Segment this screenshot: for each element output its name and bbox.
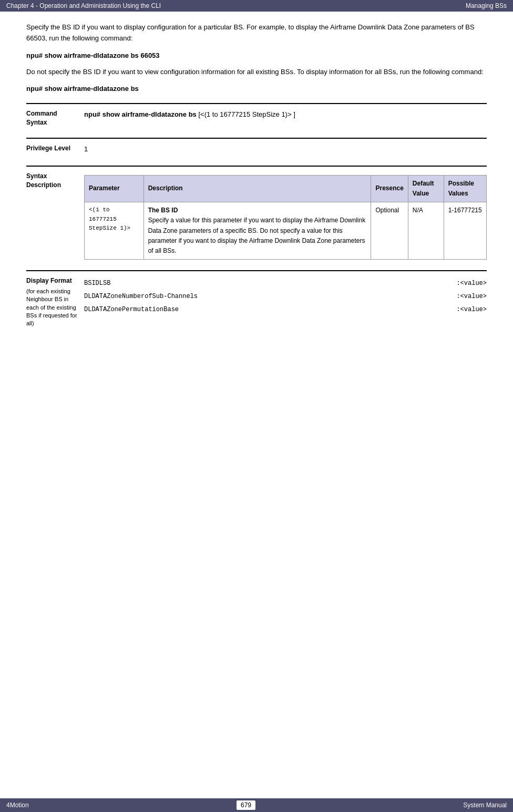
col-header-description: Description bbox=[143, 175, 371, 202]
display-line-2: DLDATAZoneNumberofSub-Channels :<value> bbox=[84, 292, 487, 302]
col-header-possible-values: Possible Values bbox=[444, 175, 486, 202]
command1: npu# show airframe-dldatazone bs 66053 bbox=[26, 52, 487, 59]
privilege-level-label: Privilege Level bbox=[26, 144, 84, 155]
syntax-description-content: Parameter Description Presence Default V… bbox=[84, 172, 487, 260]
col-header-parameter: Parameter bbox=[85, 175, 144, 202]
header-left: Chapter 4 - Operation and Administration… bbox=[6, 2, 161, 9]
syntax-description-section: Syntax Description Parameter Description… bbox=[26, 166, 487, 260]
display-format-sublabel: (for each existing Neighbour BS in each … bbox=[26, 287, 79, 328]
syntax-table: Parameter Description Presence Default V… bbox=[84, 175, 487, 260]
footer-left: 4Motion bbox=[6, 801, 29, 809]
table-row: <(1 to 16777215 StepSize 1)> The BS ID S… bbox=[85, 202, 487, 260]
command2: npu# show airframe-dldatazone bs bbox=[26, 85, 487, 92]
display-val-3: :<value> bbox=[456, 305, 487, 315]
cell-possible-values: 1-16777215 bbox=[444, 202, 486, 260]
display-key-3: DLDATAZonePermutationBase bbox=[84, 305, 179, 315]
display-val-2: :<value> bbox=[456, 292, 487, 302]
cell-presence: Optional bbox=[371, 202, 408, 260]
main-content: Specify the BS ID if you want to display… bbox=[0, 12, 513, 365]
display-line-3: DLDATAZonePermutationBase :<value> bbox=[84, 305, 487, 315]
cell-default-value: N/A bbox=[408, 202, 444, 260]
header-bar: Chapter 4 - Operation and Administration… bbox=[0, 0, 513, 12]
display-line-1: BSIDLSB :<value> bbox=[84, 279, 487, 289]
description-title: The BS ID bbox=[148, 207, 178, 214]
header-right: Managing BSs bbox=[466, 2, 507, 9]
privilege-level-value: 1 bbox=[84, 144, 487, 155]
intro-para1: Specify the BS ID if you want to display… bbox=[26, 22, 487, 44]
col-header-default-value: Default Value bbox=[408, 175, 444, 202]
cell-description: The BS ID Specify a value for this param… bbox=[143, 202, 371, 260]
display-format-content: BSIDLSB :<value> DLDATAZoneNumberofSub-C… bbox=[84, 276, 487, 328]
display-key-2: DLDATAZoneNumberofSub-Channels bbox=[84, 292, 198, 302]
command-syntax-content: npu# show airframe-dldatazone bs [<(1 to… bbox=[84, 109, 487, 127]
display-format-label: Display Format (for each existing Neighb… bbox=[26, 276, 84, 328]
display-format-section: Display Format (for each existing Neighb… bbox=[26, 270, 487, 328]
syntax-description-label: Syntax Description bbox=[26, 172, 84, 260]
footer-page-number: 679 bbox=[237, 800, 255, 810]
privilege-level-section: Privilege Level 1 bbox=[26, 138, 487, 155]
footer-right: System Manual bbox=[463, 801, 507, 809]
command-syntax-section: Command Syntax npu# show airframe-dldata… bbox=[26, 103, 487, 127]
command-syntax-label: Command Syntax bbox=[26, 109, 84, 127]
description-body: Specify a value for this parameter if yo… bbox=[148, 217, 366, 254]
display-key-1: BSIDLSB bbox=[84, 279, 110, 289]
command-syntax-suffix: [<(1 to 16777215 StepSize 1)> ] bbox=[198, 110, 295, 118]
footer-bar: 4Motion 679 System Manual bbox=[0, 798, 513, 812]
table-header-row: Parameter Description Presence Default V… bbox=[85, 175, 487, 202]
display-val-1: :<value> bbox=[456, 279, 487, 289]
col-header-presence: Presence bbox=[371, 175, 408, 202]
command-syntax-value: npu# show airframe-dldatazone bs [<(1 to… bbox=[84, 110, 295, 118]
cell-parameter: <(1 to 16777215 StepSize 1)> bbox=[85, 202, 144, 260]
intro-para2: Do not specify the BS ID if you want to … bbox=[26, 67, 487, 78]
